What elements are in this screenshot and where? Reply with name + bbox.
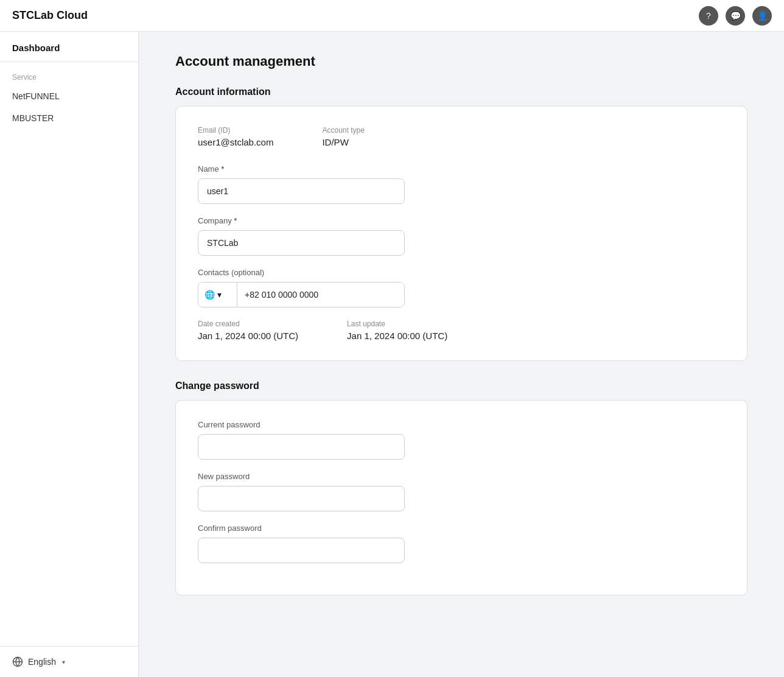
confirm-password-label: Confirm password (198, 524, 725, 533)
company-input[interactable] (198, 230, 405, 256)
company-required-star: * (234, 216, 237, 225)
confirm-password-group: Confirm password (198, 524, 725, 563)
company-form-group: Company * (198, 216, 725, 256)
phone-input-row: 🌐 ▾ (198, 282, 405, 307)
help-icon-button[interactable]: ? (699, 6, 718, 26)
email-accounttype-row: Email (ID) user1@stclab.com Account type… (198, 126, 725, 147)
account-type-field: Account type ID/PW (322, 126, 364, 147)
email-value: user1@stclab.com (198, 137, 273, 147)
account-info-section-title: Account information (175, 86, 747, 97)
user-icon-button[interactable]: 👤 (752, 6, 772, 26)
change-password-section-title: Change password (175, 381, 747, 391)
chat-icon-button[interactable]: 💬 (726, 6, 745, 26)
logo-light: Cloud (54, 9, 88, 21)
new-password-input[interactable] (198, 486, 405, 511)
layout: Dashboard Service NetFUNNEL MBUSTER Engl… (0, 32, 784, 677)
email-label: Email (ID) (198, 126, 273, 135)
sidebar-item-dashboard[interactable]: Dashboard (0, 32, 138, 62)
globe-icon (12, 656, 23, 667)
logo: STCLab Cloud (12, 9, 88, 22)
confirm-password-input[interactable] (198, 538, 405, 563)
change-password-card: Current password New password Confirm pa… (175, 400, 747, 595)
date-created-field: Date created Jan 1, 2024 00:00 (UTC) (198, 320, 298, 341)
last-update-label: Last update (347, 320, 447, 328)
phone-input[interactable] (237, 282, 404, 307)
current-password-input[interactable] (198, 434, 405, 460)
header-icons: ? 💬 👤 (699, 6, 772, 26)
contacts-form-group: Contacts (optional) 🌐 ▾ (198, 268, 725, 307)
sidebar-item-netfunnel[interactable]: NetFUNNEL (0, 85, 138, 107)
sidebar-top: Dashboard Service NetFUNNEL MBUSTER (0, 32, 138, 129)
language-chevron-icon: ▾ (62, 659, 65, 665)
new-password-group: New password (198, 472, 725, 511)
page-title: Account management (175, 54, 747, 69)
name-required-star: * (221, 164, 224, 174)
account-type-label: Account type (322, 126, 364, 135)
name-label: Name * (198, 164, 725, 174)
contacts-label: Contacts (optional) (198, 268, 725, 277)
date-row: Date created Jan 1, 2024 00:00 (UTC) Las… (198, 320, 725, 341)
phone-flag-select[interactable]: 🌐 ▾ (198, 282, 237, 307)
company-label: Company * (198, 216, 725, 225)
phone-flag-icon: 🌐 (205, 290, 215, 300)
new-password-label: New password (198, 472, 725, 481)
current-password-group: Current password (198, 420, 725, 460)
logo-bold: STCLab (12, 9, 54, 21)
sidebar-section-service: Service (0, 62, 138, 85)
last-update-field: Last update Jan 1, 2024 00:00 (UTC) (347, 320, 447, 341)
email-field-display: Email (ID) user1@stclab.com (198, 126, 273, 147)
current-password-label: Current password (198, 420, 725, 429)
date-created-label: Date created (198, 320, 298, 328)
account-type-value: ID/PW (322, 137, 364, 147)
phone-flag-chevron-icon: ▾ (217, 290, 222, 300)
language-selector[interactable]: English ▾ (0, 646, 138, 677)
sidebar: Dashboard Service NetFUNNEL MBUSTER Engl… (0, 32, 139, 677)
last-update-value: Jan 1, 2024 00:00 (UTC) (347, 331, 447, 341)
main-content: Account management Account information E… (139, 32, 784, 677)
account-info-card: Email (ID) user1@stclab.com Account type… (175, 106, 747, 361)
language-label: English (28, 657, 56, 667)
sidebar-item-mbuster[interactable]: MBUSTER (0, 107, 138, 129)
date-created-value: Jan 1, 2024 00:00 (UTC) (198, 331, 298, 341)
name-form-group: Name * (198, 164, 725, 204)
header: STCLab Cloud ? 💬 👤 (0, 0, 784, 32)
name-input[interactable] (198, 178, 405, 204)
